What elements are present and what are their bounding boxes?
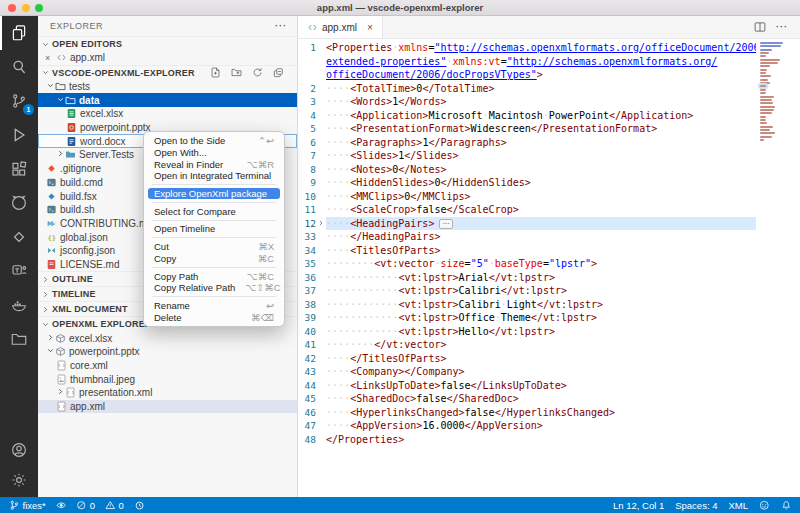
chevron-right-icon[interactable] xyxy=(41,275,52,284)
split-editor-icon[interactable] xyxy=(754,21,766,33)
code-row-45[interactable]: 45····<SharedDoc>false</SharedDoc> xyxy=(298,392,756,406)
status-ln-12-col-1[interactable]: Ln 12, Col 1 xyxy=(613,500,664,511)
close-tab-icon[interactable]: × xyxy=(367,22,373,33)
code-row-11[interactable]: 11····<ScaleCrop>false</ScaleCrop> xyxy=(298,203,756,217)
menu-item-select-for-compare[interactable]: Select for Compare xyxy=(148,205,280,217)
code-row-2[interactable]: 2····<TotalTime>0</TotalTime> xyxy=(298,82,756,96)
status-xml[interactable]: XML xyxy=(728,500,748,511)
close-editor-icon[interactable]: × xyxy=(45,53,56,63)
activity-item-explorer[interactable] xyxy=(0,16,38,50)
activity-item-github[interactable] xyxy=(0,186,38,220)
chevron-right-icon[interactable] xyxy=(41,290,52,299)
code-row-33[interactable]: 33····</HeadingPairs> xyxy=(298,230,756,244)
collapse-all-icon[interactable] xyxy=(273,67,287,78)
status-eye[interactable] xyxy=(56,500,67,511)
code-row-3[interactable]: 3····<Words>1</Words> xyxy=(298,95,756,109)
code-row-6[interactable]: 6····<Paragraphs>1</Paragraphs> xyxy=(298,136,756,150)
code-row-1[interactable]: 1<Properties·xmlns="http://schemas.openx… xyxy=(298,41,756,55)
code-row-38[interactable]: 38············<vt:lpstr>Calibri·Light</v… xyxy=(298,298,756,312)
activity-item-search[interactable] xyxy=(0,50,38,84)
menu-item-cut[interactable]: Cut⌘X xyxy=(148,241,280,253)
menu-item-reveal-in-finder[interactable]: Reveal in Finder⌥⌘R xyxy=(148,158,280,170)
code-row-7[interactable]: 7····<Slides>1</Slides> xyxy=(298,149,756,163)
tab-app-xml[interactable]: app.xml × xyxy=(298,16,383,38)
code-row-10[interactable]: 10····<MMClips>0</MMClips> xyxy=(298,190,756,204)
chevron-right-icon[interactable] xyxy=(56,387,65,398)
code-row-46[interactable]: 46····<HyperlinksChanged>false</Hyperlin… xyxy=(298,406,756,420)
code-row-47[interactable]: 47····<AppVersion>16.0000</AppVersion> xyxy=(298,419,756,433)
chevron-down-icon[interactable] xyxy=(41,320,52,329)
activity-item-teams[interactable] xyxy=(0,254,38,288)
status-spaces-4[interactable]: Spaces: 4 xyxy=(675,500,717,511)
code-row-34[interactable]: 34····<TitlesOfParts> xyxy=(298,244,756,258)
more-actions-icon[interactable]: ··· xyxy=(275,21,287,31)
activity-item-extensions[interactable] xyxy=(0,152,38,186)
code-row-39[interactable]: 39············<vt:lpstr>Office·Theme</vt… xyxy=(298,311,756,325)
openxml-item-app-xml[interactable]: app.xml xyxy=(38,400,297,414)
minimap[interactable] xyxy=(760,42,785,142)
chevron-right-icon[interactable] xyxy=(41,305,52,314)
chevron-down-icon[interactable] xyxy=(41,68,52,77)
tree-item-excel-xlsx[interactable]: excel.xlsx xyxy=(38,107,297,121)
refresh-icon[interactable] xyxy=(252,67,266,78)
code-row-40[interactable]: 40············<vt:lpstr>Hello</vt:lpstr> xyxy=(298,325,756,339)
menu-item-rename[interactable]: Rename↩ xyxy=(148,300,280,312)
status-0[interactable]: 0 xyxy=(76,500,95,511)
openxml-item-powerpoint-pptx[interactable]: powerpoint.pptx xyxy=(38,345,297,359)
chevron-down-icon[interactable] xyxy=(56,95,65,106)
menu-item-copy-path[interactable]: Copy Path⌥⌘C xyxy=(148,270,280,282)
menu-item-copy[interactable]: Copy⌘C xyxy=(148,253,280,265)
openxml-item-thumbnail-jpeg[interactable]: thumbnail.jpeg xyxy=(38,372,297,386)
code-row-9[interactable]: 9····<HiddenSlides>0</HiddenSlides> xyxy=(298,176,756,190)
code-row-4[interactable]: 4····<Application>Microsoft·Macintosh·Po… xyxy=(298,109,756,123)
activity-item-docker[interactable] xyxy=(0,288,38,322)
new-folder-icon[interactable] xyxy=(231,67,245,78)
code-row-5[interactable]: 5····<PresentationFormat>Widescreen</Pre… xyxy=(298,122,756,136)
activity-item-settings[interactable] xyxy=(0,465,38,495)
new-file-icon[interactable] xyxy=(210,67,224,78)
chevron-down-icon[interactable] xyxy=(41,40,52,49)
tree-item-data[interactable]: data xyxy=(38,93,297,107)
code-row-wrap[interactable]: extended-properties"·xmlns:vt="http://sc… xyxy=(298,55,756,69)
code-lines[interactable]: 1<Properties·xmlns="http://schemas.openx… xyxy=(298,39,756,497)
code-row-37[interactable]: 37············<vt:lpstr>Calibri</vt:lpst… xyxy=(298,284,756,298)
chevron-right-icon[interactable] xyxy=(46,333,55,344)
activity-item-run-debug[interactable] xyxy=(0,118,38,152)
chevron-down-icon[interactable] xyxy=(46,81,55,92)
tree-item-tests[interactable]: tests xyxy=(38,80,297,94)
menu-item-open-to-the-side[interactable]: Open to the Side⌃↩ xyxy=(148,135,280,147)
menu-item-explore-openxml-package[interactable]: Explore OpenXml package xyxy=(148,188,280,200)
activity-item-accounts[interactable] xyxy=(0,435,38,465)
maximize-window-button[interactable] xyxy=(35,4,43,12)
close-window-button[interactable] xyxy=(8,4,16,12)
menu-item-open-timeline[interactable]: Open Timeline xyxy=(148,223,280,235)
code-row-41[interactable]: 41········</vt:vector> xyxy=(298,338,756,352)
project-section-header[interactable]: VSCODE-OPENXML-EXPLORER xyxy=(38,65,297,80)
activity-item-project-manager[interactable] xyxy=(0,322,38,356)
chevron-down-icon[interactable] xyxy=(46,346,55,357)
code-row-8[interactable]: 8····<Notes>0</Notes> xyxy=(298,163,756,177)
status-fixes[interactable]: fixes* xyxy=(9,500,46,511)
code-row-43[interactable]: 43····<Company></Company> xyxy=(298,365,756,379)
code-row-36[interactable]: 36············<vt:lpstr>Arial</vt:lpstr> xyxy=(298,271,756,285)
code-row-12[interactable]: 12····<HeadingPairs>⋯ xyxy=(298,217,756,231)
code-row-wrap[interactable]: officeDocument/2006/docPropsVTypes"> xyxy=(298,68,756,82)
status-0[interactable]: 0 xyxy=(105,500,124,511)
fold-chevron-icon[interactable] xyxy=(316,217,326,231)
activity-item-source-control[interactable]: 1 xyxy=(0,84,38,118)
chevron-right-icon[interactable] xyxy=(56,149,65,160)
code-row-35[interactable]: 35········<vt:vector·size="5"·baseType="… xyxy=(298,257,756,271)
menu-item-copy-relative-path[interactable]: Copy Relative Path⌥⇧⌘C xyxy=(148,282,280,294)
code-row-48[interactable]: 48</Properties> xyxy=(298,433,756,447)
menu-item-open-with[interactable]: Open With... xyxy=(148,147,280,159)
code-row-42[interactable]: 42····</TitlesOfParts> xyxy=(298,352,756,366)
open-editor-item-app-xml[interactable]: ×app.xml xyxy=(38,51,297,65)
more-actions-icon[interactable]: ··· xyxy=(776,22,788,32)
code-row-44[interactable]: 44····<LinksUpToDate>false</LinksUpToDat… xyxy=(298,379,756,393)
minimize-window-button[interactable] xyxy=(22,4,30,12)
status-history[interactable] xyxy=(134,500,145,511)
status-bell[interactable] xyxy=(781,500,792,511)
activity-item-fsharp-extension[interactable] xyxy=(0,220,38,254)
menu-item-delete[interactable]: Delete⌘⌫ xyxy=(148,311,280,323)
status-feedback[interactable] xyxy=(759,500,770,511)
